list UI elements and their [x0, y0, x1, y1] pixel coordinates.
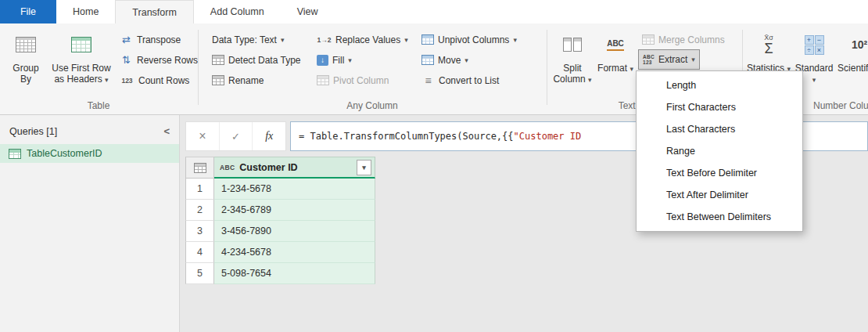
merge-columns-button: Merge Columns	[638, 31, 729, 49]
row-number[interactable]: 2	[185, 200, 214, 221]
fill-label: Fill	[332, 55, 344, 66]
transpose-button[interactable]: ⇄ Transpose	[116, 31, 185, 49]
move-icon	[421, 55, 434, 65]
merge-columns-icon	[642, 34, 655, 45]
tab-view[interactable]: View	[281, 0, 335, 23]
group-by-button[interactable]: Group By	[6, 27, 45, 105]
menu-item-text-after-delimiter[interactable]: Text After Delimiter	[637, 184, 802, 206]
rename-button[interactable]: Rename	[208, 71, 267, 89]
data-type-button[interactable]: Data Type: Text ▾	[208, 31, 288, 49]
row-number[interactable]: 3	[185, 221, 214, 242]
table-row: 4 4-234-5678	[185, 242, 375, 263]
pivot-column-label: Pivot Column	[333, 75, 389, 86]
select-all-corner[interactable]	[185, 157, 214, 179]
merge-columns-label: Merge Columns	[658, 34, 725, 45]
replace-values-button[interactable]: 1→2 Replace Values ▾	[313, 31, 412, 49]
collapse-panel-icon[interactable]: <	[163, 125, 170, 137]
rename-label: Rename	[228, 75, 264, 86]
formula-code: = Table.TransformColumnTypes(Source,{{	[299, 131, 514, 142]
column-name: Customer ID	[239, 162, 297, 173]
group-separator	[547, 30, 547, 105]
menu-item-length[interactable]: Length	[637, 74, 802, 96]
count-rows-label: Count Rows	[138, 75, 189, 86]
cell-value[interactable]: 3-456-7890	[214, 221, 375, 242]
formula-bar-buttons: × ✓ fx	[185, 121, 286, 151]
menu-item-last-characters[interactable]: Last Characters	[637, 118, 802, 140]
move-label: Move	[438, 55, 461, 66]
tab-add-column[interactable]: Add Column	[194, 0, 281, 23]
any-column-group-label: Any Column	[198, 100, 547, 111]
number-column-group-label: Number Column	[813, 100, 868, 111]
cell-value[interactable]: 4-234-5678	[214, 242, 375, 263]
chevron-down-icon: ▾	[404, 36, 408, 44]
detect-data-type-label: Detect Data Type	[228, 55, 301, 66]
statistics-icon: X̄σ Σ	[764, 34, 773, 56]
reverse-rows-label: Reverse Rows	[137, 55, 198, 66]
pivot-column-icon	[317, 75, 329, 85]
row-number[interactable]: 5	[185, 263, 214, 284]
fill-button[interactable]: ↓ Fill ▾	[313, 51, 356, 69]
split-column-button[interactable]: Split Column ▾	[551, 27, 594, 105]
fill-down-icon: ↓	[317, 55, 328, 66]
convert-to-list-icon: ≡	[421, 74, 435, 87]
add-step-button[interactable]: fx	[253, 122, 285, 150]
cell-value[interactable]: 5-098-7654	[214, 263, 375, 284]
extract-abc123-icon: ABC 123	[643, 54, 655, 66]
group-by-label: Group By	[6, 63, 45, 85]
transpose-icon: ⇄	[120, 34, 133, 45]
rename-icon	[212, 75, 224, 85]
chevron-down-icon: ▾	[629, 65, 633, 73]
tab-file[interactable]: File	[0, 0, 56, 23]
extract-dropdown-menu: Length First Characters Last Characters …	[636, 70, 803, 232]
extract-button[interactable]: ABC 123 Extract ▾	[638, 49, 700, 70]
table-corner-icon	[194, 163, 206, 173]
cancel-icon: ×	[199, 129, 206, 143]
query-list-item[interactable]: TableCustomerID	[0, 144, 179, 163]
fx-icon: fx	[265, 130, 273, 143]
formula-string-literal: "Customer ID	[514, 131, 582, 142]
column-header-customer-id[interactable]: ABC Customer ID ▾	[214, 157, 375, 179]
menu-item-range[interactable]: Range	[637, 140, 802, 162]
chevron-down-icon: ▾	[513, 36, 517, 44]
unpivot-columns-icon	[421, 34, 434, 45]
extract-label: Extract	[658, 54, 687, 65]
cell-value[interactable]: 1-234-5678	[214, 179, 375, 200]
chevron-down-icon: ▾	[691, 56, 695, 63]
chevron-down-icon: ▾	[588, 76, 592, 84]
query-name: TableCustomerID	[27, 148, 102, 159]
format-button[interactable]: ABC Format ▾	[596, 27, 635, 105]
menu-item-text-between-delimiters[interactable]: Text Between Delimiters	[637, 206, 802, 228]
data-preview-grid: ABC Customer ID ▾ 1 1-234-5678 2 2-345-6…	[185, 157, 375, 284]
menu-item-first-characters[interactable]: First Characters	[637, 96, 802, 118]
replace-values-label: Replace Values	[335, 34, 400, 45]
chevron-down-icon: ▾	[281, 36, 285, 44]
reverse-rows-button[interactable]: ⇅ Reverse Rows	[116, 51, 202, 69]
count-rows-button[interactable]: 123 Count Rows	[116, 71, 193, 89]
row-number[interactable]: 4	[185, 242, 214, 263]
column-filter-button[interactable]: ▾	[357, 160, 371, 175]
convert-to-list-button[interactable]: ≡ Convert to List	[418, 71, 503, 89]
count-rows-icon: 123	[120, 77, 135, 85]
replace-values-icon: 1→2	[317, 36, 332, 44]
scientific-label: Scientific	[838, 63, 868, 74]
tab-transform[interactable]: Transform	[115, 0, 194, 23]
cell-value[interactable]: 2-345-6789	[214, 200, 375, 221]
commit-formula-button[interactable]: ✓	[220, 122, 253, 150]
check-icon: ✓	[231, 131, 240, 143]
row-number[interactable]: 1	[185, 179, 214, 200]
unpivot-columns-button[interactable]: Unpivot Columns ▾	[418, 31, 521, 49]
table-group-label: Table	[0, 100, 197, 111]
table-row: 1 1-234-5678	[185, 179, 375, 200]
move-button[interactable]: Move ▾	[418, 51, 472, 69]
convert-to-list-label: Convert to List	[439, 75, 499, 86]
tab-home[interactable]: Home	[56, 0, 115, 23]
menu-item-text-before-delimiter[interactable]: Text Before Delimiter	[637, 162, 802, 184]
query-table-icon	[9, 149, 21, 159]
table-row: 2 2-345-6789	[185, 200, 375, 221]
cancel-formula-button[interactable]: ×	[186, 122, 220, 150]
ribbon-tab-bar: File Home Transform Add Column View	[0, 0, 868, 23]
use-first-row-as-headers-button[interactable]: Use First Row as Headers ▾	[47, 27, 116, 105]
group-by-icon	[16, 37, 36, 52]
detect-data-type-button[interactable]: Detect Data Type	[208, 51, 305, 69]
scientific-button[interactable]: 10² Scientific ▾	[838, 27, 868, 105]
